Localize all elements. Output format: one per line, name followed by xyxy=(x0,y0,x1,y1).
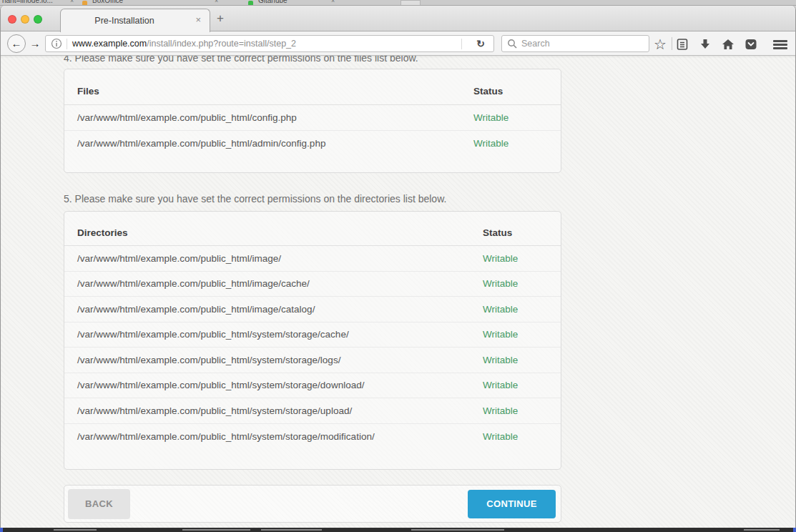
directories-table-header: Directories Status xyxy=(64,212,561,246)
navigation-toolbar: ← → www.example.com/install/index.php?ro… xyxy=(1,31,795,56)
step4-heading: 4. Please make sure you have set the cor… xyxy=(64,56,418,64)
status-badge: Writable xyxy=(483,431,548,442)
close-icon: × xyxy=(70,0,74,4)
tab-close-icon[interactable]: × xyxy=(195,15,201,25)
background-tab-label: hant=linode.lo... xyxy=(2,0,53,4)
close-icon: × xyxy=(215,0,218,4)
status-badge: Writable xyxy=(473,138,548,149)
table-row: /var/www/html/example.com/public_html/im… xyxy=(64,272,561,297)
table-row: /var/www/html/example.com/public_html/sy… xyxy=(64,424,561,450)
directory-path: /var/www/html/example.com/public_html/im… xyxy=(77,278,483,289)
files-header-label: Files xyxy=(77,86,473,97)
step5-heading: 5. Please make sure you have set the cor… xyxy=(64,193,446,205)
background-window-tabbar: hant=linode.lo... × BoxOffice × Gitahube… xyxy=(0,0,796,6)
site-info-icon[interactable] xyxy=(51,38,62,52)
url-text: www.example.com/install/index.php?route=… xyxy=(72,36,296,51)
directory-path: /var/www/html/example.com/public_html/sy… xyxy=(77,329,483,340)
table-row: /var/www/html/example.com/public_html/sy… xyxy=(64,348,561,373)
file-path: /var/www/html/example.com/public_html/co… xyxy=(77,112,473,123)
directory-path: /var/www/html/example.com/public_html/sy… xyxy=(77,380,483,390)
file-path: /var/www/html/example.com/public_html/ad… xyxy=(77,138,473,149)
status-badge: Writable xyxy=(483,355,548,365)
back-button[interactable]: ← xyxy=(7,34,26,53)
table-row: /var/www/html/example.com/public_html/im… xyxy=(64,297,561,322)
background-new-tab-button xyxy=(401,0,421,6)
background-window-bottom-strip xyxy=(0,528,796,532)
wizard-footer: BACK CONTINUE xyxy=(64,485,561,523)
back-step-button[interactable]: BACK xyxy=(68,489,130,519)
window-close-button[interactable] xyxy=(8,15,16,24)
table-row: /var/www/html/example.com/public_html/sy… xyxy=(64,398,561,424)
tab-bar: Pre-Installation × + xyxy=(1,6,795,31)
tab-pre-installation[interactable]: Pre-Installation × xyxy=(60,9,210,32)
menu-icon[interactable] xyxy=(773,40,787,51)
favicon-green-icon xyxy=(248,1,253,6)
browser-window: Pre-Installation × + ← → www.example.com… xyxy=(0,6,796,528)
status-badge: Writable xyxy=(483,380,548,390)
table-row: /var/www/html/example.com/public_html/co… xyxy=(64,105,561,131)
desktop-edge xyxy=(793,528,796,532)
page-viewport: 4. Please make sure you have set the cor… xyxy=(1,56,795,528)
text-fragment xyxy=(411,529,504,531)
directory-path: /var/www/html/example.com/public_html/sy… xyxy=(77,431,483,442)
status-badge: Writable xyxy=(483,304,548,315)
directories-header-label: Directories xyxy=(77,227,483,238)
status-badge: Writable xyxy=(483,278,548,289)
table-row: /var/www/html/example.com/public_html/sy… xyxy=(64,373,561,399)
status-badge: Writable xyxy=(483,329,548,340)
screen: hant=linode.lo... × BoxOffice × Gitahube… xyxy=(0,0,796,532)
status-header-label: Status xyxy=(483,227,548,238)
close-icon: × xyxy=(331,0,335,4)
home-icon[interactable] xyxy=(721,37,735,51)
status-badge: Writable xyxy=(473,112,548,123)
search-input[interactable] xyxy=(521,36,643,51)
bookmarks-menu-icon[interactable] xyxy=(675,37,689,51)
status-header-label: Status xyxy=(473,86,548,97)
files-table: Files Status /var/www/html/example.com/p… xyxy=(64,69,561,173)
toolbar-divider xyxy=(672,37,672,50)
favicon-orange-icon xyxy=(82,1,87,6)
window-zoom-button[interactable] xyxy=(34,15,42,24)
table-row: /var/www/html/example.com/public_html/im… xyxy=(64,246,561,272)
files-table-header: Files Status xyxy=(64,69,561,105)
reload-icon[interactable]: ↻ xyxy=(476,36,485,51)
downloads-icon[interactable] xyxy=(698,37,712,51)
search-icon xyxy=(507,39,518,52)
url-divider xyxy=(67,39,67,49)
status-badge: Writable xyxy=(483,405,548,416)
directory-path: /var/www/html/example.com/public_html/im… xyxy=(77,304,483,315)
text-fragment xyxy=(261,529,322,531)
table-row: /var/www/html/example.com/public_html/sy… xyxy=(64,322,561,348)
url-bar[interactable]: www.example.com/install/index.php?route=… xyxy=(45,35,494,52)
url-divider xyxy=(461,39,462,49)
search-bar[interactable] xyxy=(501,35,649,52)
forward-button[interactable]: → xyxy=(27,34,43,53)
desktop-edge xyxy=(0,528,3,532)
text-fragment xyxy=(54,529,97,531)
url-domain: www.example.com xyxy=(72,39,147,49)
directory-path: /var/www/html/example.com/public_html/im… xyxy=(77,253,483,264)
bookmark-star-icon[interactable]: ☆ xyxy=(653,37,667,51)
window-minimize-button[interactable] xyxy=(21,15,29,24)
new-tab-button[interactable]: + xyxy=(217,11,224,26)
install-content: 4. Please make sure you have set the cor… xyxy=(64,56,561,528)
background-tab-label: BoxOffice xyxy=(92,0,123,4)
status-badge: Writable xyxy=(483,253,548,264)
background-tab-label: Gitahube xyxy=(258,0,288,4)
directory-path: /var/www/html/example.com/public_html/sy… xyxy=(77,405,483,416)
directory-path: /var/www/html/example.com/public_html/sy… xyxy=(77,355,483,365)
directories-table: Directories Status /var/www/html/example… xyxy=(64,211,561,470)
table-row: /var/www/html/example.com/public_html/ad… xyxy=(64,131,561,157)
url-path: /install/index.php?route=install/step_2 xyxy=(147,39,296,49)
text-fragment xyxy=(744,529,780,531)
tab-title: Pre-Installation xyxy=(61,9,188,32)
text-fragment xyxy=(182,529,250,531)
pocket-icon[interactable] xyxy=(744,37,758,51)
continue-button[interactable]: CONTINUE xyxy=(468,490,556,518)
